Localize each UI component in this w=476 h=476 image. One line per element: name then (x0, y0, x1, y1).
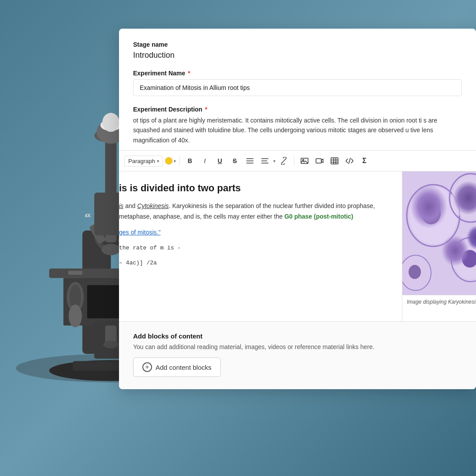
svg-rect-26 (68, 271, 82, 275)
svg-point-23 (102, 113, 119, 132)
paragraph-select[interactable]: Paragraph ▾ (124, 156, 163, 167)
editor-math-1: the rate of m is - (119, 243, 388, 253)
editor-toolbar: Paragraph ▾ ▾ B I U S (119, 150, 476, 171)
chevron-down-icon: ▾ (157, 159, 159, 164)
description-text: ot tips of a plant are highly meristemat… (133, 115, 462, 145)
svg-point-49 (407, 185, 460, 246)
experiment-description-label: Experiment Description * (133, 106, 462, 113)
table-button[interactable] (328, 154, 341, 167)
g0-phase-text: G0 phase (post-mitotic) (284, 213, 353, 220)
editor-paragraph-1: is and Cytokinesis. Karyokinesis is the … (119, 201, 388, 222)
main-panel: Stage name Introduction Experiment Name … (119, 29, 476, 389)
editor-paragraph-link: ges of mitosis." (119, 227, 388, 238)
cytokinesis-link: Cytokinesis (137, 202, 169, 209)
svg-point-52 (422, 203, 438, 221)
plus-circle-icon: + (142, 362, 152, 372)
color-chevron-icon: ▾ (174, 159, 176, 164)
svg-point-29 (103, 341, 118, 348)
bold-button[interactable]: B (183, 154, 197, 167)
image-caption: Image displaying Karyokinesis (402, 295, 476, 309)
required-star: * (186, 70, 190, 77)
toolbar-divider-2 (294, 156, 294, 165)
editor-image-panel: Image displaying Karyokinesis (402, 171, 476, 321)
experiment-name-label: Experiment Name * (133, 70, 462, 77)
list-button[interactable] (243, 154, 257, 167)
stage-name-value: Introduction (133, 51, 462, 60)
svg-point-58 (451, 238, 476, 282)
svg-point-18 (101, 244, 120, 255)
svg-point-60 (462, 250, 476, 268)
cell-microscopy-image (402, 171, 476, 295)
add-content-blocks-button[interactable]: + Add content blocks (133, 357, 221, 377)
svg-point-64 (409, 265, 421, 279)
add-content-label: Add content blocks (156, 364, 212, 371)
align-chevron-icon: ▾ (273, 159, 275, 164)
svg-rect-48 (402, 171, 476, 295)
editor-math-2: – 4ac)] /2a (119, 258, 388, 268)
underline-button[interactable]: U (213, 154, 227, 167)
svg-line-38 (283, 160, 285, 162)
editor-heading: is is divided into two parts (119, 180, 388, 196)
add-blocks-description: You can add additional reading material,… (133, 343, 462, 350)
svg-rect-41 (316, 159, 321, 163)
strikethrough-button[interactable]: S (228, 154, 242, 167)
details-link[interactable]: ges of mitosis." (119, 229, 160, 236)
svg-point-56 (461, 187, 476, 207)
stage-name-label: Stage name (133, 41, 462, 48)
add-blocks-title: Add blocks of content (133, 332, 462, 340)
add-blocks-section: Add blocks of content You can add additi… (119, 321, 476, 389)
align-button[interactable] (258, 154, 271, 167)
svg-point-50 (409, 187, 457, 244)
svg-point-54 (450, 174, 476, 222)
editor-text-area[interactable]: is is divided into two parts is and Cyto… (119, 171, 402, 321)
video-button[interactable] (313, 154, 326, 167)
svg-point-63 (402, 257, 429, 288)
editor-content: is is divided into two parts is and Cyto… (119, 171, 476, 321)
italic-button[interactable]: I (198, 154, 212, 167)
karyokinesis-link: is (119, 202, 123, 209)
toolbar-divider-1 (179, 156, 180, 165)
formula-button[interactable]: Σ (358, 154, 371, 167)
svg-point-55 (452, 176, 476, 220)
code-button[interactable] (343, 154, 356, 167)
svg-rect-42 (331, 158, 338, 164)
svg-line-47 (349, 158, 350, 164)
svg-rect-4 (87, 285, 120, 318)
svg-point-7 (69, 305, 82, 327)
experiment-name-value[interactable]: Examination of Mitosis in Allium root ti… (133, 79, 462, 96)
svg-text:4X: 4X (85, 213, 91, 218)
required-star2: * (203, 106, 207, 113)
color-picker[interactable] (165, 157, 173, 165)
svg-point-51 (421, 202, 441, 224)
svg-rect-19 (105, 136, 117, 197)
image-button[interactable] (298, 154, 311, 167)
svg-point-59 (454, 240, 476, 279)
link-button[interactable] (277, 154, 290, 167)
svg-point-62 (402, 255, 431, 290)
